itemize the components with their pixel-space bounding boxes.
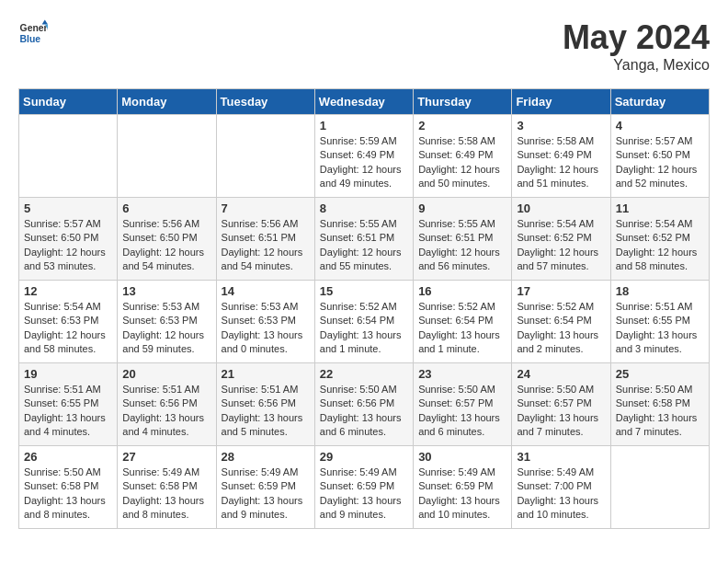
day-info: Sunrise: 5:49 AM Sunset: 6:59 PM Dayligh…: [418, 465, 506, 523]
day-number: 31: [517, 450, 605, 464]
day-info: Sunrise: 5:53 AM Sunset: 6:53 PM Dayligh…: [122, 300, 210, 357]
weekday-header: Wednesday: [314, 89, 413, 115]
logo: General Blue: [18, 18, 48, 48]
day-number: 18: [616, 284, 704, 298]
day-number: 17: [517, 284, 605, 298]
day-info: Sunrise: 5:51 AM Sunset: 6:56 PM Dayligh…: [122, 383, 210, 440]
day-info: Sunrise: 5:53 AM Sunset: 6:53 PM Dayligh…: [222, 300, 310, 357]
day-number: 8: [320, 201, 408, 215]
day-number: 30: [418, 450, 506, 464]
day-info: Sunrise: 5:57 AM Sunset: 6:50 PM Dayligh…: [24, 217, 112, 274]
day-number: 13: [122, 284, 210, 298]
day-number: 27: [122, 450, 210, 464]
day-info: Sunrise: 5:58 AM Sunset: 6:49 PM Dayligh…: [517, 134, 605, 191]
calendar-cell: 3Sunrise: 5:58 AM Sunset: 6:49 PM Daylig…: [512, 115, 610, 198]
weekday-header: Tuesday: [216, 89, 314, 115]
calendar-cell: 30Sunrise: 5:49 AM Sunset: 6:59 PM Dayli…: [414, 446, 512, 529]
calendar-cell: 21Sunrise: 5:51 AM Sunset: 6:56 PM Dayli…: [216, 363, 314, 446]
day-number: 12: [24, 284, 112, 298]
day-number: 23: [418, 367, 506, 381]
month-title: May 2024: [563, 18, 710, 57]
day-number: 7: [222, 201, 310, 215]
calendar-cell: 26Sunrise: 5:50 AM Sunset: 6:58 PM Dayli…: [19, 446, 118, 529]
day-info: Sunrise: 5:50 AM Sunset: 6:57 PM Dayligh…: [517, 383, 605, 440]
day-number: 4: [616, 119, 704, 132]
calendar-cell: 20Sunrise: 5:51 AM Sunset: 6:56 PM Dayli…: [118, 363, 216, 446]
calendar-cell: 24Sunrise: 5:50 AM Sunset: 6:57 PM Dayli…: [512, 363, 610, 446]
calendar-cell: 31Sunrise: 5:49 AM Sunset: 7:00 PM Dayli…: [512, 446, 610, 529]
day-number: 9: [418, 201, 506, 215]
calendar-week-row: 19Sunrise: 5:51 AM Sunset: 6:55 PM Dayli…: [19, 363, 710, 446]
day-number: 26: [24, 450, 112, 464]
weekday-header: Monday: [118, 89, 216, 115]
day-info: Sunrise: 5:51 AM Sunset: 6:55 PM Dayligh…: [24, 383, 112, 440]
calendar-week-row: 1Sunrise: 5:59 AM Sunset: 6:49 PM Daylig…: [19, 115, 710, 198]
calendar-cell: 23Sunrise: 5:50 AM Sunset: 6:57 PM Dayli…: [414, 363, 512, 446]
calendar-cell: 17Sunrise: 5:52 AM Sunset: 6:54 PM Dayli…: [512, 281, 610, 363]
calendar-cell: 5Sunrise: 5:57 AM Sunset: 6:50 PM Daylig…: [19, 198, 118, 281]
calendar-cell: [118, 115, 216, 198]
day-info: Sunrise: 5:51 AM Sunset: 6:55 PM Dayligh…: [616, 300, 704, 357]
day-info: Sunrise: 5:50 AM Sunset: 6:56 PM Dayligh…: [320, 383, 408, 440]
day-info: Sunrise: 5:55 AM Sunset: 6:51 PM Dayligh…: [418, 217, 506, 274]
calendar-cell: 2Sunrise: 5:58 AM Sunset: 6:49 PM Daylig…: [414, 115, 512, 198]
day-number: 6: [122, 201, 210, 215]
calendar-cell: 22Sunrise: 5:50 AM Sunset: 6:56 PM Dayli…: [314, 363, 413, 446]
calendar-cell: 13Sunrise: 5:53 AM Sunset: 6:53 PM Dayli…: [118, 281, 216, 363]
svg-marker-2: [42, 20, 48, 25]
calendar-cell: 28Sunrise: 5:49 AM Sunset: 6:59 PM Dayli…: [216, 446, 314, 529]
day-info: Sunrise: 5:50 AM Sunset: 6:58 PM Dayligh…: [24, 465, 112, 523]
day-info: Sunrise: 5:49 AM Sunset: 7:00 PM Dayligh…: [517, 465, 605, 523]
calendar-cell: 11Sunrise: 5:54 AM Sunset: 6:52 PM Dayli…: [610, 198, 709, 281]
calendar-cell: 1Sunrise: 5:59 AM Sunset: 6:49 PM Daylig…: [314, 115, 413, 198]
calendar-cell: 29Sunrise: 5:49 AM Sunset: 6:59 PM Dayli…: [314, 446, 413, 529]
day-number: 21: [222, 367, 310, 381]
day-info: Sunrise: 5:56 AM Sunset: 6:51 PM Dayligh…: [222, 217, 310, 274]
day-info: Sunrise: 5:52 AM Sunset: 6:54 PM Dayligh…: [517, 300, 605, 357]
day-info: Sunrise: 5:50 AM Sunset: 6:57 PM Dayligh…: [418, 383, 506, 440]
calendar-cell: 8Sunrise: 5:55 AM Sunset: 6:51 PM Daylig…: [314, 198, 413, 281]
calendar-cell: 27Sunrise: 5:49 AM Sunset: 6:58 PM Dayli…: [118, 446, 216, 529]
day-number: 3: [517, 119, 605, 132]
calendar-week-row: 26Sunrise: 5:50 AM Sunset: 6:58 PM Dayli…: [19, 446, 710, 529]
calendar-week-row: 12Sunrise: 5:54 AM Sunset: 6:53 PM Dayli…: [19, 281, 710, 363]
calendar-cell: [19, 115, 118, 198]
weekday-header: Sunday: [19, 89, 118, 115]
page-header: General Blue May 2024 Yanga, Mexico: [18, 18, 710, 74]
day-info: Sunrise: 5:56 AM Sunset: 6:50 PM Dayligh…: [122, 217, 210, 274]
calendar-cell: 6Sunrise: 5:56 AM Sunset: 6:50 PM Daylig…: [118, 198, 216, 281]
day-info: Sunrise: 5:59 AM Sunset: 6:49 PM Dayligh…: [320, 134, 408, 191]
day-number: 11: [616, 201, 704, 215]
weekday-header: Thursday: [414, 89, 512, 115]
svg-text:Blue: Blue: [20, 34, 41, 44]
day-number: 22: [320, 367, 408, 381]
calendar-cell: 9Sunrise: 5:55 AM Sunset: 6:51 PM Daylig…: [414, 198, 512, 281]
day-number: 5: [24, 201, 112, 215]
day-info: Sunrise: 5:58 AM Sunset: 6:49 PM Dayligh…: [418, 134, 506, 191]
calendar-cell: 18Sunrise: 5:51 AM Sunset: 6:55 PM Dayli…: [610, 281, 709, 363]
day-number: 16: [418, 284, 506, 298]
weekday-header: Saturday: [610, 89, 709, 115]
svg-text:General: General: [20, 23, 48, 33]
day-info: Sunrise: 5:55 AM Sunset: 6:51 PM Dayligh…: [320, 217, 408, 274]
calendar-cell: 15Sunrise: 5:52 AM Sunset: 6:54 PM Dayli…: [314, 281, 413, 363]
calendar-cell: 10Sunrise: 5:54 AM Sunset: 6:52 PM Dayli…: [512, 198, 610, 281]
logo-icon: General Blue: [18, 18, 48, 48]
calendar-cell: 19Sunrise: 5:51 AM Sunset: 6:55 PM Dayli…: [19, 363, 118, 446]
day-info: Sunrise: 5:57 AM Sunset: 6:50 PM Dayligh…: [616, 134, 704, 191]
calendar-cell: 25Sunrise: 5:50 AM Sunset: 6:58 PM Dayli…: [610, 363, 709, 446]
calendar-cell: 14Sunrise: 5:53 AM Sunset: 6:53 PM Dayli…: [216, 281, 314, 363]
day-info: Sunrise: 5:49 AM Sunset: 6:58 PM Dayligh…: [122, 465, 210, 523]
day-info: Sunrise: 5:52 AM Sunset: 6:54 PM Dayligh…: [418, 300, 506, 357]
calendar-cell: 7Sunrise: 5:56 AM Sunset: 6:51 PM Daylig…: [216, 198, 314, 281]
calendar-cell: 12Sunrise: 5:54 AM Sunset: 6:53 PM Dayli…: [19, 281, 118, 363]
day-number: 14: [222, 284, 310, 298]
day-number: 1: [320, 119, 408, 132]
day-info: Sunrise: 5:54 AM Sunset: 6:52 PM Dayligh…: [517, 217, 605, 274]
calendar-cell: 16Sunrise: 5:52 AM Sunset: 6:54 PM Dayli…: [414, 281, 512, 363]
location-subtitle: Yanga, Mexico: [563, 57, 710, 74]
day-info: Sunrise: 5:52 AM Sunset: 6:54 PM Dayligh…: [320, 300, 408, 357]
weekday-header-row: SundayMondayTuesdayWednesdayThursdayFrid…: [19, 89, 710, 115]
day-info: Sunrise: 5:49 AM Sunset: 6:59 PM Dayligh…: [320, 465, 408, 523]
day-number: 15: [320, 284, 408, 298]
